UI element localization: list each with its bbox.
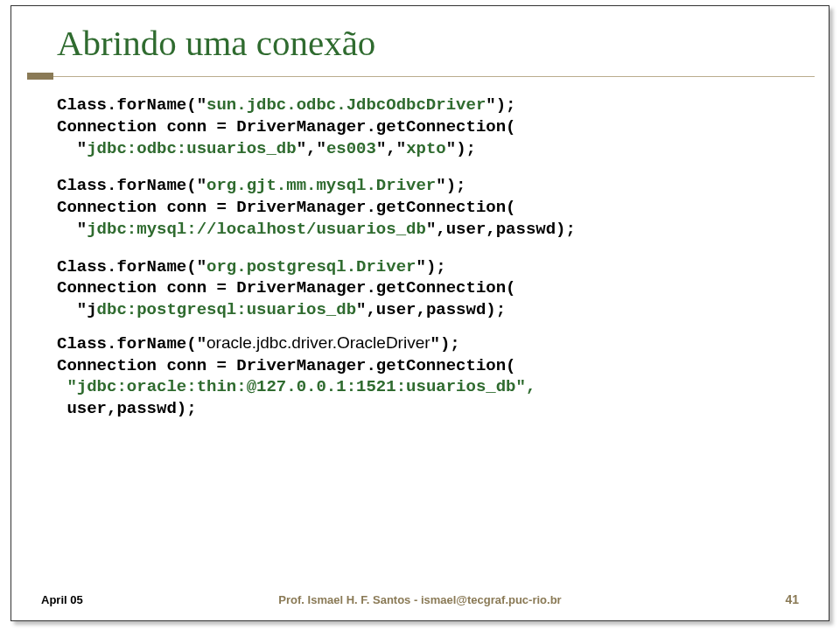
code-line: Class.forName("org.postgresql.Driver");: [57, 257, 799, 278]
code-line: Class.forName("org.gjt.mm.mysql.Driver")…: [57, 176, 799, 197]
slide-title: Abrindo uma conexão: [41, 22, 799, 64]
footer: April 05 Prof. Ismael H. F. Santos - ism…: [41, 585, 799, 606]
footer-date: April 05: [41, 593, 83, 606]
code-line: user,passwd);: [57, 399, 799, 420]
code-line: Connection conn = DriverManager.getConne…: [57, 198, 799, 219]
code-line: "jdbc:postgresql:usuarios_db",user,passw…: [57, 300, 799, 321]
code-line: Connection conn = DriverManager.getConne…: [57, 117, 799, 138]
code-line: Connection conn = DriverManager.getConne…: [57, 278, 799, 299]
slide: Abrindo uma conexão Class.forName("sun.j…: [10, 5, 830, 621]
code-line: "jdbc:mysql://localhost/usuarios_db",use…: [57, 220, 799, 241]
footer-author: Prof. Ismael H. F. Santos - ismael@tecgr…: [278, 593, 561, 606]
footer-page: 41: [785, 592, 799, 606]
divider: [27, 73, 815, 78]
code-line: "jdbc:odbc:usuarios_db","es003","xpto");: [57, 139, 799, 160]
code-line: Class.forName("sun.jdbc.odbc.JdbcOdbcDri…: [57, 95, 799, 116]
code-line: Class.forName("oracle.jdbc.driver.Oracle…: [57, 332, 799, 355]
divider-accent: [27, 73, 53, 80]
code-line: Connection conn = DriverManager.getConne…: [57, 356, 799, 377]
code-line: "jdbc:oracle:thin:@127.0.0.1:1521:usuari…: [57, 377, 799, 398]
code-body: Class.forName("sun.jdbc.odbc.JdbcOdbcDri…: [41, 95, 799, 420]
